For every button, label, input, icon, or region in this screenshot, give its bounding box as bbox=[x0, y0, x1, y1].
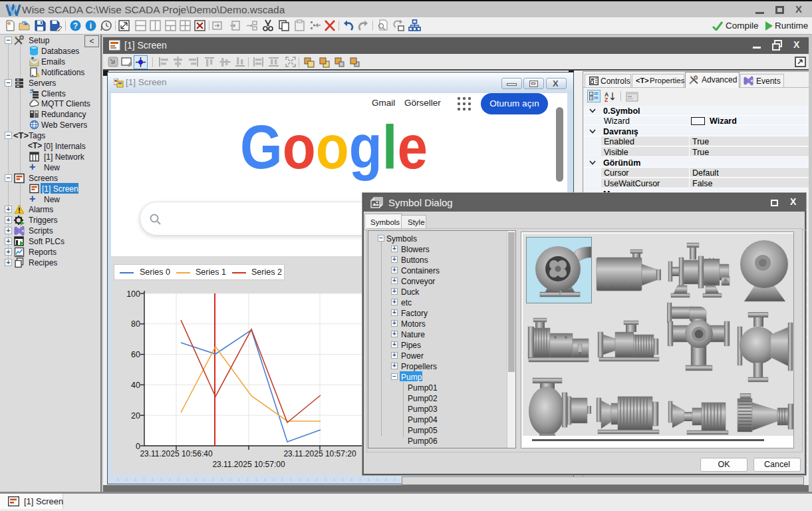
svg-text:+: + bbox=[590, 92, 592, 96]
svg-text:100: 100 bbox=[126, 289, 140, 299]
svg-text:Z: Z bbox=[605, 96, 608, 102]
svg-text:?: ? bbox=[73, 21, 78, 31]
svg-text:23.11.2025 10:56:40: 23.11.2025 10:56:40 bbox=[140, 449, 213, 458]
svg-text:+: + bbox=[590, 96, 592, 100]
svg-text:60: 60 bbox=[131, 350, 140, 359]
svg-text:i: i bbox=[90, 21, 92, 31]
svg-text:23.11.2025 10:57:00: 23.11.2025 10:57:00 bbox=[212, 460, 285, 469]
svg-text:80: 80 bbox=[131, 319, 140, 329]
svg-text:20: 20 bbox=[131, 411, 140, 421]
svg-text:40: 40 bbox=[131, 381, 140, 390]
svg-text:23.11.2025 10:57:20: 23.11.2025 10:57:20 bbox=[283, 449, 356, 458]
